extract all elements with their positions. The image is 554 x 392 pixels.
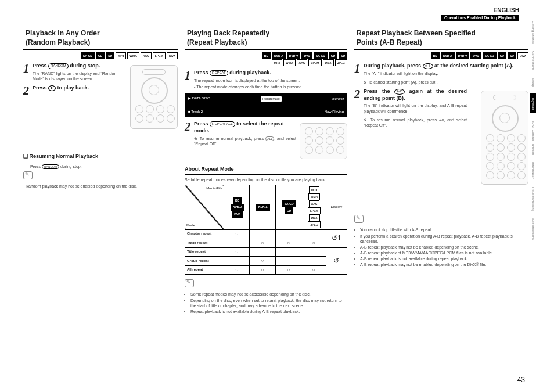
tab-troubleshooting[interactable]: Troubleshooting	[531, 186, 535, 211]
remote-illustration-large	[481, 91, 528, 185]
top-bar: ENGLISH Operations Enabled During Playba…	[441, 7, 519, 20]
col3-bullets: You cannot skip title/file with A-B repe…	[360, 227, 528, 267]
screen-preview: ▶ DATA DISC Repeat mode marantz ■ Track …	[185, 93, 347, 117]
col3-step2: Press the A-B again at the desired endin…	[364, 88, 467, 102]
about-heading: About Repeat Mode	[185, 166, 347, 175]
remote-illustration	[130, 65, 178, 129]
col2-formats: BDDVD-ADVD-VDVDSA-CDCDSD MP3WMAAACLPCMDi…	[185, 52, 347, 66]
tab-getting-started[interactable]: Getting Started	[531, 21, 535, 44]
tab-information[interactable]: Information	[531, 162, 535, 179]
note-icon	[23, 171, 33, 179]
step-number-2: 2	[23, 85, 29, 96]
note-icon	[185, 279, 194, 287]
tab-connections[interactable]: Connections	[531, 51, 535, 70]
clear-button-icon: CLR	[430, 81, 436, 84]
step-number-1: 1	[23, 63, 29, 81]
ab-button-icon: A-B	[394, 89, 405, 95]
language-label: ENGLISH	[441, 7, 519, 13]
col1-formats: SA-CDCDSDMP3WMAAACLPCMDivX	[23, 52, 178, 59]
col2-bullets: Some repeat modes may not be accessible …	[190, 292, 347, 314]
repeat-all-button-icon: REPEAT ALL	[210, 121, 235, 127]
col3-step1: During playback, press A-B at the desire…	[364, 63, 513, 70]
col2-step2: Press REPEAT ALL to select the repeat mo…	[194, 121, 296, 134]
tab-hdmi[interactable]: HDMI Control Function	[531, 120, 535, 155]
col3-title: Repeat Playback Between SpecifiedPoints …	[354, 26, 528, 50]
col1-note: Random playback may not be enabled depen…	[26, 184, 178, 189]
step1-text: Press RANDOM during stop.	[33, 63, 127, 70]
page-number: 43	[517, 376, 525, 384]
col1-title: Playback in Any Order(Random Playback)	[23, 26, 178, 50]
ab-button-icon: A-B	[423, 63, 433, 69]
play-button-icon: ▶	[48, 85, 56, 91]
side-tabs: Getting Started Connections Setup Playba…	[527, 17, 539, 366]
section-badge: Operations Enabled During Playback	[441, 15, 519, 21]
col2-step1: Press REPEAT during playback.	[194, 70, 303, 77]
tab-specifications[interactable]: Specifications	[531, 218, 535, 240]
col3-formats: BDDVD-ADVD-VDVDSA-CDCDSDDivX	[354, 52, 528, 59]
note-icon	[354, 215, 364, 223]
resume-body: Press RANDOM during stop.	[30, 164, 178, 169]
repeat-button-icon: REPEAT	[210, 70, 228, 76]
repeat-mode-table: Media/FileMode BDDVD-VDVD DVD-A SA-CDCD …	[185, 185, 347, 275]
tab-playback[interactable]: Playback	[530, 93, 536, 112]
step2-text: Press ▶ to play back.	[33, 85, 89, 96]
resume-heading: ❏ Resuming Normal Playback	[23, 153, 178, 161]
col2-title: Playing Back Repeatedly(Repeat Playback)	[185, 26, 347, 50]
tab-setup[interactable]: Setup	[531, 78, 535, 87]
remote-illustration-small	[300, 123, 347, 159]
random-button-icon: RANDOM	[48, 63, 69, 69]
